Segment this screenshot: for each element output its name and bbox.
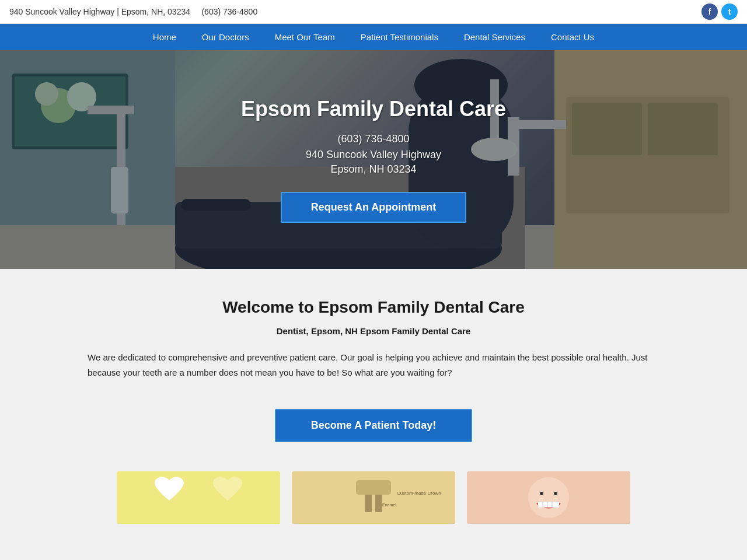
svg-text:Custom-made Crown: Custom-made Crown (397, 491, 441, 496)
svg-text:Enamel: Enamel (382, 503, 396, 507)
service-card-crown[interactable]: Custom-made Crown Enamel (292, 471, 455, 524)
hero-section: Epsom Family Dental Care (603) 736-4800 … (0, 50, 747, 269)
nav-our-doctors[interactable]: Our Doctors (189, 24, 262, 50)
service-card-tooth[interactable] (117, 471, 280, 524)
welcome-subtitle: Dentist, Epsom, NH Epsom Family Dental C… (47, 326, 700, 336)
welcome-text: We are dedicated to comprehensive and pr… (88, 350, 659, 380)
service-card-braces[interactable] (467, 471, 630, 524)
become-patient-button[interactable]: Become A Patient Today! (275, 409, 472, 442)
nav-patient-testimonials[interactable]: Patient Testimonials (348, 24, 451, 50)
hero-title: Epsom Family Dental Care (241, 97, 506, 121)
svg-rect-26 (356, 480, 391, 495)
become-patient-section: Become A Patient Today! (47, 409, 700, 442)
hero-content: Epsom Family Dental Care (603) 736-4800 … (241, 97, 506, 223)
hero-phone: (603) 736-4800 (241, 133, 506, 145)
nav-meet-our-team[interactable]: Meet Our Team (262, 24, 348, 50)
facebook-icon[interactable]: f (701, 4, 718, 20)
svg-rect-28 (375, 495, 382, 512)
svg-point-37 (540, 492, 543, 495)
top-bar: 940 Suncook Valley Highway | Epsom, NH, … (0, 0, 747, 24)
svg-rect-24 (117, 471, 280, 524)
svg-rect-33 (538, 502, 559, 508)
hero-address1: 940 Suncook Valley Highway (241, 149, 506, 161)
svg-point-38 (554, 492, 557, 495)
svg-rect-25 (292, 471, 455, 524)
request-appointment-button[interactable]: Request An Appointment (281, 192, 467, 223)
nav-dental-services[interactable]: Dental Services (451, 24, 538, 50)
phone-text: (603) 736-4800 (201, 7, 257, 16)
svg-point-32 (528, 477, 569, 518)
social-links: f t (701, 4, 738, 20)
twitter-icon[interactable]: t (721, 4, 738, 20)
svg-rect-27 (365, 495, 372, 512)
main-nav: Home Our Doctors Meet Our Team Patient T… (0, 24, 747, 50)
main-content: Welcome to Epsom Family Dental Care Dent… (0, 269, 747, 553)
welcome-title: Welcome to Epsom Family Dental Care (47, 298, 700, 317)
hero-address2: Epsom, NH 03234 (241, 163, 506, 176)
service-cards: Custom-made Crown Enamel (47, 471, 700, 536)
address-text: 940 Suncook Valley Highway | Epsom, NH, … (9, 7, 190, 16)
nav-contact-us[interactable]: Contact Us (538, 24, 607, 50)
top-bar-contact: 940 Suncook Valley Highway | Epsom, NH, … (9, 7, 257, 16)
nav-home[interactable]: Home (140, 24, 189, 50)
